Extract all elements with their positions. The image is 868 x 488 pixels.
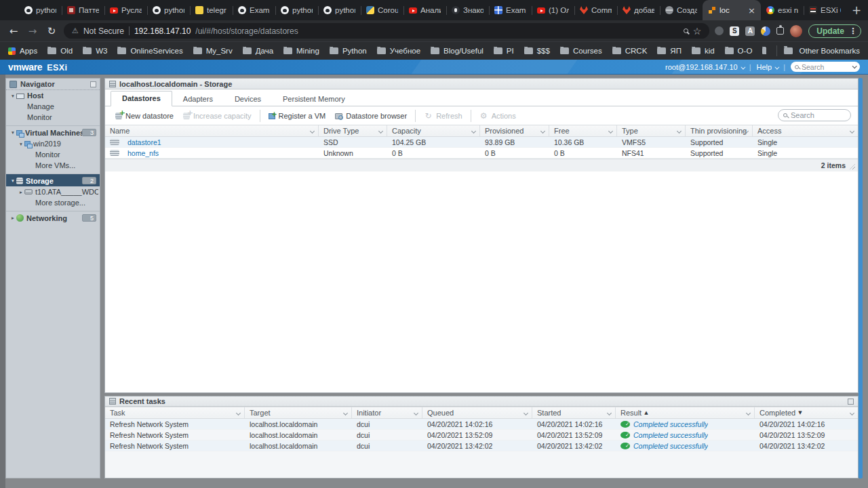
zoom-search-icon[interactable] [684, 28, 688, 33]
column-menu-chevron-icon[interactable] [850, 129, 854, 134]
browser-tab[interactable]: python [275, 0, 318, 20]
resize-grip-icon[interactable] [850, 164, 855, 169]
user-menu[interactable]: root@192.168.147.10 [665, 63, 744, 71]
browser-tab[interactable]: Созда [660, 0, 703, 20]
browser-tab[interactable]: ESXi 6 [804, 0, 846, 20]
toolbar-button[interactable]: Increase capacity [178, 110, 256, 122]
column-menu-chevron-icon[interactable] [850, 411, 854, 415]
datastores-search-input[interactable] [791, 111, 846, 119]
toolbar-button[interactable]: Datastore browser [330, 110, 412, 122]
content-tab[interactable]: Persistent Memory [272, 92, 356, 106]
column-menu-chevron-icon[interactable] [524, 411, 528, 415]
a-extension-badge[interactable]: A [745, 26, 755, 36]
task-row[interactable]: Refresh Network System localhost.localdo… [105, 419, 858, 430]
browser-tab[interactable]: python [147, 0, 190, 20]
column-menu-chevron-icon[interactable] [677, 129, 682, 134]
bookmark-folder[interactable]: Mining [283, 47, 319, 55]
datastore-link[interactable]: datastore1 [123, 138, 166, 146]
browser-tab[interactable]: Corou [361, 0, 403, 20]
browser-tab[interactable]: (1) Ол [532, 0, 574, 20]
column-menu-chevron-icon[interactable] [236, 411, 241, 415]
column-menu-chevron-icon[interactable] [608, 129, 613, 134]
browser-tab[interactable]: python [318, 0, 361, 20]
toolbar-button[interactable]: New datastore [111, 110, 178, 122]
browser-menu-icon[interactable]: ⋮ [849, 26, 857, 36]
browser-tab[interactable]: python [19, 0, 62, 20]
bookmark-folder[interactable]: My_Srv [193, 47, 233, 55]
tree-arrow-icon[interactable]: ▸ [9, 215, 16, 221]
pin-panel-icon[interactable] [90, 81, 96, 87]
content-tab[interactable]: Devices [224, 92, 272, 106]
bookmark-folder[interactable]: PI [494, 47, 514, 55]
column-menu-chevron-icon[interactable] [471, 129, 476, 134]
profile-avatar[interactable] [790, 25, 802, 37]
bookmark-folder[interactable]: Courses [560, 47, 602, 55]
column-menu-chevron-icon[interactable] [310, 129, 315, 134]
reload-button[interactable]: ↻ [45, 25, 58, 37]
esxi-search-box[interactable] [791, 62, 860, 72]
bookmark-folder[interactable]: Blog/Useful [431, 47, 484, 55]
column-header[interactable]: Completed ▼ [755, 407, 858, 418]
url-host[interactable]: 192.168.147.10 [134, 26, 191, 36]
column-menu-chevron-icon[interactable] [607, 411, 612, 415]
browser-tab[interactable]: Знако [446, 0, 489, 20]
browser-tab[interactable]: Русла [104, 0, 147, 20]
toolbar-button[interactable]: Register a VM [260, 110, 331, 122]
bookmark-folder[interactable]: Python [330, 47, 367, 55]
bookmark-folder[interactable]: Учебное [377, 47, 420, 55]
column-header[interactable]: Result ▲ [616, 407, 755, 418]
content-scrollbar[interactable] [859, 78, 863, 479]
datastores-search-box[interactable] [778, 109, 851, 121]
bookmark-folder[interactable]: CRCK [612, 47, 648, 55]
task-row[interactable]: Refresh Network System localhost.localdo… [105, 430, 858, 441]
help-menu[interactable]: Help [757, 63, 778, 71]
back-button[interactable]: ← [7, 25, 20, 37]
bookmark-folder[interactable]: W3 [83, 47, 107, 55]
bookmark-folder[interactable]: $$$ [524, 47, 550, 55]
task-row[interactable]: Refresh Network System localhost.localdo… [105, 441, 858, 451]
column-menu-chevron-icon[interactable] [540, 129, 545, 134]
bookmark-apps[interactable]: Apps [8, 47, 37, 55]
extensions-puzzle-icon[interactable] [776, 27, 784, 35]
sidebar-item[interactable]: ▸ Networking 5 [6, 211, 100, 224]
browser-tab[interactable]: Анали [403, 0, 446, 20]
browser-tab[interactable]: loc × [703, 0, 761, 20]
color-extension-icon[interactable] [761, 26, 770, 36]
column-menu-chevron-icon[interactable] [746, 411, 751, 415]
content-tab[interactable]: Datastores [111, 91, 172, 106]
bookmark-folder[interactable]: ЯП [657, 47, 682, 55]
sidebar-item[interactable]: ▾ Host [6, 90, 100, 101]
column-header[interactable]: Provisioned [480, 125, 549, 136]
forward-button[interactable]: → [26, 25, 39, 37]
toolbar-button[interactable]: ⚙ Actions [471, 110, 521, 122]
column-header[interactable]: Access [753, 125, 858, 136]
bookmark-star-icon[interactable]: ☆ [693, 26, 702, 37]
sidebar-item[interactable]: Manage [6, 101, 100, 112]
column-header[interactable]: Queued [422, 407, 532, 418]
browser-tab[interactable]: Comm [574, 0, 617, 20]
column-header[interactable]: Drive Type [319, 125, 387, 136]
sidebar-item[interactable]: Monitor [6, 112, 100, 123]
bookmark-folder[interactable]: Дача [243, 47, 273, 55]
tree-arrow-icon[interactable]: ▾ [9, 129, 16, 136]
collapse-panel-icon[interactable] [848, 399, 854, 405]
column-header[interactable]: Name [105, 125, 319, 136]
column-header[interactable]: Capacity [387, 125, 480, 136]
column-header[interactable]: Initiator [352, 407, 422, 418]
table-row[interactable]: home_nfs Unknown 0 B 0 B 0 B NFS41 Suppo… [105, 148, 858, 159]
bookmark-folder[interactable]: Old [47, 47, 73, 55]
toolbar-button[interactable]: ↻ Refresh [415, 110, 467, 122]
sidebar-item[interactable]: Monitor [6, 149, 100, 160]
table-row[interactable]: datastore1 SSD 104.25 GB 93.89 GB 10.36 … [105, 137, 858, 148]
content-tab[interactable]: Adapters [172, 92, 224, 106]
sidebar-item[interactable]: ▾ Virtual Machines 3 [6, 125, 100, 138]
sidebar-item[interactable]: More storage... [6, 197, 100, 208]
tab-close-icon[interactable]: × [748, 6, 755, 15]
rocket-extension-icon[interactable] [715, 26, 724, 35]
browser-tab[interactable]: добав [617, 0, 660, 20]
new-tab-button[interactable]: + [846, 0, 867, 20]
sidebar-item[interactable]: ▸ t10.ATA_____WDC_WD... [6, 186, 100, 197]
tree-arrow-icon[interactable]: ▾ [9, 93, 16, 99]
sidebar-item[interactable]: More VMs... [6, 160, 100, 171]
column-header[interactable]: Free [549, 125, 617, 136]
